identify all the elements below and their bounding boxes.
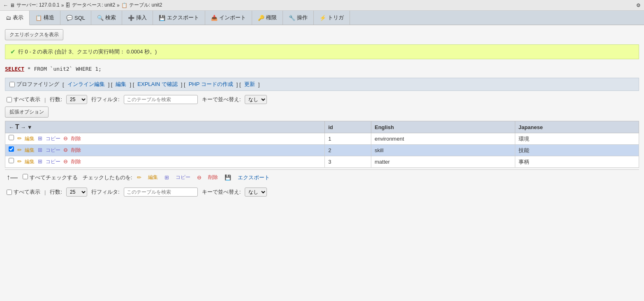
nav-tab-structure[interactable]: 📋構造 (30, 11, 60, 25)
import-tab-icon: 📥 (211, 15, 218, 21)
data-table: ← T → ▼ id English Japanese ✏ 編集 ⊞ コピー ⊖ (5, 121, 639, 168)
rows-select-bottom[interactable]: 2550100250 (66, 188, 87, 197)
bottom-export-link[interactable]: エクスポート (236, 174, 271, 182)
row-actions-3: ✏ 編集 ⊞ コピー ⊖ 削除 (5, 156, 325, 168)
nav-tab-import[interactable]: 📥インポート (205, 11, 252, 25)
edit-btn-2[interactable]: 編集 (23, 146, 36, 154)
table-header-row: ← T → ▼ id English Japanese (5, 121, 639, 133)
nav-tab-sql[interactable]: 💬SQL (60, 11, 91, 25)
filter-input-top[interactable] (124, 95, 198, 104)
search-tab-label: 検索 (105, 14, 116, 21)
bottom-arrow-icon: ↑— (7, 173, 18, 182)
nav-tab-triggers[interactable]: ⚡トリガ (314, 11, 350, 25)
export-tab-icon: 💾 (159, 15, 165, 21)
row-actions-2: ✏ 編集 ⊞ コピー ⊖ 削除 (5, 145, 325, 156)
filter-input-bottom[interactable] (124, 188, 198, 197)
cell-id-2: 2 (325, 145, 371, 156)
table-row: ✏ 編集 ⊞ コピー ⊖ 削除 3 matter 事柄 (5, 156, 639, 168)
row-checkbox-2[interactable] (9, 146, 14, 152)
sql-rest: * FROM `unit2` WHERE 1; (24, 66, 102, 72)
explain-link[interactable]: EXPLAIN で確認 (137, 81, 178, 88)
server-label: サーバー: 127.0.0.1 (16, 2, 60, 9)
col-id[interactable]: id (325, 121, 371, 133)
inline-edit-link[interactable]: インライン編集 (67, 81, 105, 88)
show-all-label-top: すべて表示 (7, 96, 40, 103)
delete-icon-3: ⊖ (63, 158, 68, 164)
nav-tab-browse[interactable]: 🗂表示 (0, 11, 30, 25)
sql-display: SELECT * FROM `unit2` WHERE 1; (5, 63, 639, 74)
nav-tab-export[interactable]: 💾エクスポート (153, 11, 205, 25)
row-checkbox-3[interactable] (9, 158, 14, 163)
options-bar: プロファイリング [ インライン編集 ] [ 編集 ] [ EXPLAIN で確… (5, 78, 639, 91)
table-icon: 📋 (121, 2, 127, 8)
toolbar-row-top: すべて表示 | 行数: 2550100250 行フィルタ: キーで並べ替え: な… (5, 93, 639, 107)
cell-english-3: matter (371, 156, 515, 168)
profiling-checkbox-label: プロファイリング (9, 81, 59, 88)
sort-select-top[interactable]: なし (245, 95, 267, 104)
privileges-tab-icon: 🔑 (258, 15, 264, 21)
main-content: クエリボックスを表示 ✔ 行 0 - 2 の表示 (合計 3、クエリの実行時間：… (0, 25, 644, 203)
copy-icon-2: ⊞ (38, 147, 42, 153)
extended-options-button[interactable]: 拡張オプション (5, 107, 49, 118)
nav-tabs: 🗂表示📋構造💬SQL🔍検索➕挿入💾エクスポート📥インポート🔑権限🔧操作⚡トリガ (0, 11, 644, 25)
nav-tab-privileges[interactable]: 🔑権限 (252, 11, 283, 25)
delete-btn-3[interactable]: 削除 (69, 158, 83, 166)
sort-select-bottom[interactable]: なし (245, 188, 267, 197)
delete-btn-1[interactable]: 削除 (69, 135, 83, 143)
delete-icon-2: ⊖ (63, 147, 68, 153)
success-message: 行 0 - 2 の表示 (合計 3、クエリの実行時間： 0.0004 秒。) (18, 48, 157, 56)
copy-icon-1: ⊞ (38, 135, 42, 141)
insert-tab-label: 挿入 (136, 14, 147, 21)
bottom-edit-link[interactable]: 編集 (146, 174, 160, 181)
check-all-checkbox[interactable] (23, 174, 28, 179)
php-code-link[interactable]: PHP コードの作成 (189, 81, 233, 88)
export-tab-label: エクスポート (167, 14, 199, 21)
search-tab-icon: 🔍 (97, 15, 104, 21)
edit-btn-1[interactable]: 編集 (23, 135, 36, 143)
cell-japanese-3: 事柄 (515, 156, 639, 168)
pencil-icon-3: ✏ (17, 158, 22, 164)
copy-btn-1[interactable]: コピー (44, 135, 62, 143)
server-icon: 🖥 (10, 2, 15, 8)
title-bar: ← 🖥 サーバー: 127.0.0.1 » 🗄 データベース: unit2 » … (0, 0, 644, 11)
nav-tab-search[interactable]: 🔍検索 (91, 11, 122, 25)
col-japanese[interactable]: Japanese (515, 121, 639, 133)
check-all-label: すべてチェックする (23, 174, 78, 181)
nav-tab-operations[interactable]: 🔧操作 (283, 11, 314, 25)
insert-tab-icon: ➕ (128, 15, 134, 21)
sort-down-icon[interactable]: ▼ (27, 124, 32, 130)
export-icon-bottom: 💾 (225, 174, 231, 181)
cell-id-1: 1 (325, 133, 371, 145)
pencil-icon-2: ✏ (17, 147, 22, 153)
refresh-link[interactable]: 更新 (244, 81, 255, 88)
copy-btn-2[interactable]: コピー (44, 146, 62, 154)
rows-select-top[interactable]: 2550100250 (66, 95, 87, 104)
pencil-icon-bottom: ✏ (137, 174, 141, 181)
profiling-checkbox[interactable] (9, 82, 15, 87)
edit-btn-3[interactable]: 編集 (23, 158, 36, 166)
edit-link[interactable]: 編集 (116, 81, 126, 88)
bottom-copy-link[interactable]: コピー (174, 174, 192, 181)
query-box-button[interactable]: クエリボックスを表示 (5, 29, 63, 40)
row-checkbox-1[interactable] (9, 135, 14, 140)
privileges-tab-label: 権限 (266, 14, 277, 21)
show-all-checkbox-bottom[interactable] (7, 190, 12, 195)
gear-icon[interactable]: ⚙ (636, 2, 641, 8)
delete-icon-bottom: ⊖ (197, 174, 202, 181)
back-icon[interactable]: ← (3, 2, 8, 8)
pencil-icon-1: ✏ (17, 135, 22, 141)
delete-btn-2[interactable]: 削除 (69, 146, 83, 154)
copy-icon-3: ⊞ (38, 158, 42, 164)
col-english[interactable]: English (371, 121, 515, 133)
delete-icon-1: ⊖ (63, 135, 68, 141)
bottom-delete-link[interactable]: 削除 (206, 174, 220, 181)
database-label: データベース: unit2 (72, 2, 115, 9)
copy-btn-3[interactable]: コピー (44, 158, 62, 166)
cell-english-1: environment (371, 133, 515, 145)
nav-tab-insert[interactable]: ➕挿入 (122, 11, 153, 25)
show-all-checkbox-top[interactable] (7, 97, 12, 102)
triggers-tab-label: トリガ (328, 14, 344, 21)
operations-tab-icon: 🔧 (289, 15, 295, 21)
sort-left-icon: ← (9, 124, 14, 130)
browse-tab-label: 表示 (13, 14, 23, 21)
